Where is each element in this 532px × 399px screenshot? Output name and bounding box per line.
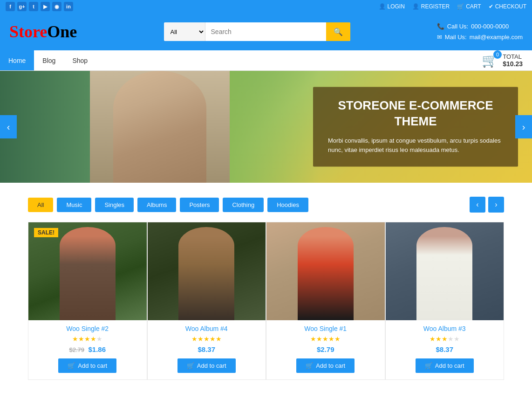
- product-name-2[interactable]: Woo Album #4: [148, 325, 266, 332]
- filter-tab-clothing[interactable]: Clothing: [223, 198, 264, 212]
- nav-links: Home Blog Shop: [0, 50, 96, 70]
- checkout-icon: ✔: [489, 3, 493, 10]
- filter-tab-posters[interactable]: Posters: [180, 198, 219, 212]
- logo-store: Store: [9, 22, 47, 41]
- product-stars-4: ★★★★★: [386, 335, 504, 343]
- top-bar: f g+ t ▶ ◉ in 👤 LOGIN 👤 REGISTER 🛒 CART …: [0, 0, 532, 13]
- social-linkedin[interactable]: in: [64, 2, 73, 11]
- search-bar: All Music Singles Albums Posters Clothin…: [164, 22, 350, 41]
- product-name-4[interactable]: Woo Album #3: [386, 325, 504, 332]
- product-card-1: SALE! Woo Single #2 ★★★★★ $2.79 $1.86 🛒 …: [28, 222, 147, 380]
- cart-add-icon-2: 🛒: [187, 362, 194, 369]
- add-to-cart-3[interactable]: 🛒 Add to cart: [296, 358, 355, 373]
- product-price-new-1: $1.86: [88, 345, 106, 353]
- search-button[interactable]: 🔍: [326, 22, 350, 41]
- cart-widget[interactable]: 🛒 0 TOTAL $10.23: [482, 53, 532, 68]
- hero-person-image: [90, 71, 230, 183]
- filter-tab-albums[interactable]: Albums: [137, 198, 176, 212]
- filter-prev-button[interactable]: ‹: [470, 197, 485, 213]
- social-icons: f g+ t ▶ ◉ in: [6, 2, 73, 11]
- filter-tab-singles[interactable]: Singles: [95, 198, 134, 212]
- email-icon: ✉: [437, 32, 442, 42]
- hero-next-button[interactable]: ›: [515, 115, 532, 138]
- filter-tab-music[interactable]: Music: [57, 198, 91, 212]
- logo[interactable]: Store One: [9, 22, 77, 41]
- hero-image: [0, 71, 319, 183]
- cart-add-icon-1: 🛒: [68, 362, 75, 369]
- phone-number: 000-000-0000: [471, 21, 509, 32]
- phone-label: Call Us:: [447, 21, 469, 32]
- hero-banner: STOREONE E-COMMERCE THEME Morbi convalli…: [0, 71, 532, 183]
- register-icon: 👤: [412, 3, 419, 10]
- hero-prev-button[interactable]: ‹: [0, 115, 17, 138]
- product-image-2: [148, 222, 266, 320]
- checkout-link[interactable]: ✔ CHECKOUT: [489, 3, 526, 10]
- cart-top-icon: 🛒: [457, 3, 464, 10]
- search-input[interactable]: [205, 22, 326, 41]
- login-link[interactable]: 👤 LOGIN: [379, 3, 405, 10]
- product-image-4: [386, 222, 504, 320]
- product-price-2: $8.37: [148, 345, 266, 354]
- nav-blog[interactable]: Blog: [34, 50, 64, 70]
- cart-link[interactable]: 🛒 CART: [457, 3, 481, 10]
- product-price-regular-4: $8.37: [436, 345, 453, 353]
- email-address: mail@example.com: [470, 32, 523, 42]
- register-link[interactable]: 👤 REGISTER: [412, 3, 450, 10]
- product-price-3: $2.79: [266, 345, 385, 354]
- register-label: REGISTER: [421, 3, 450, 10]
- search-category[interactable]: All Music Singles Albums Posters Clothin…: [164, 22, 205, 41]
- products-grid: SALE! Woo Single #2 ★★★★★ $2.79 $1.86 🛒 …: [0, 222, 532, 399]
- logo-one: One: [47, 22, 77, 41]
- filter-tab-hoodies[interactable]: Hoodies: [267, 198, 308, 212]
- cart-count: 0: [493, 50, 502, 59]
- product-stars-2: ★★★★★: [148, 335, 266, 343]
- hero-text-overlay: STOREONE E-COMMERCE THEME Morbi convalli…: [313, 87, 518, 166]
- cart-top-label: CART: [466, 3, 481, 10]
- social-instagram[interactable]: ◉: [52, 2, 61, 11]
- social-youtube[interactable]: ▶: [41, 2, 50, 11]
- filter-tabs: All Music Singles Albums Posters Clothin…: [28, 198, 308, 212]
- login-icon: 👤: [379, 3, 386, 10]
- nav-bar: Home Blog Shop 🛒 0 TOTAL $10.23: [0, 50, 532, 71]
- social-twitter[interactable]: t: [29, 2, 38, 11]
- social-facebook[interactable]: f: [6, 2, 15, 11]
- top-right-links: 👤 LOGIN 👤 REGISTER 🛒 CART ✔ CHECKOUT: [379, 3, 526, 10]
- nav-home[interactable]: Home: [0, 50, 34, 70]
- add-to-cart-label-4: Add to cart: [435, 362, 464, 369]
- add-to-cart-1[interactable]: 🛒 Add to cart: [58, 358, 116, 373]
- cart-icon-wrap: 🛒 0: [482, 53, 498, 68]
- cart-total: TOTAL $10.23: [503, 53, 523, 68]
- contact-info: 📞 Call Us: 000-000-0000 ✉ Mail Us: mail@…: [437, 21, 523, 43]
- product-price-old-1: $2.79: [69, 346, 84, 353]
- product-stars-3: ★★★★★: [266, 335, 385, 343]
- product-stars-1: ★★★★★: [28, 335, 147, 343]
- sale-badge-1: SALE!: [34, 228, 58, 237]
- add-to-cart-label-3: Add to cart: [316, 362, 345, 369]
- product-price-regular-3: $2.79: [317, 345, 334, 353]
- product-price-1: $2.79 $1.86: [28, 345, 147, 354]
- product-card-2: Woo Album #4 ★★★★★ $8.37 🛒 Add to cart: [147, 222, 266, 380]
- product-image-1: SALE!: [28, 222, 147, 320]
- cart-add-icon-3: 🛒: [306, 362, 313, 369]
- product-person-4: [416, 227, 472, 320]
- product-card-4: Woo Album #3 ★★★★★ $8.37 🛒 Add to cart: [385, 222, 505, 380]
- add-to-cart-4[interactable]: 🛒 Add to cart: [416, 358, 474, 373]
- filter-section: All Music Singles Albums Posters Clothin…: [0, 183, 532, 222]
- filter-nav: ‹ ›: [470, 197, 504, 213]
- hero-title: STOREONE E-COMMERCE THEME: [328, 98, 503, 130]
- product-price-4: $8.37: [386, 345, 504, 354]
- product-price-regular-2: $8.37: [198, 345, 215, 353]
- login-label: LOGIN: [388, 3, 405, 10]
- cart-total-amount: $10.23: [503, 60, 523, 68]
- filter-next-button[interactable]: ›: [488, 197, 504, 213]
- product-name-1[interactable]: Woo Single #2: [28, 325, 147, 332]
- social-google[interactable]: g+: [17, 2, 27, 11]
- product-name-3[interactable]: Woo Single #1: [266, 325, 385, 332]
- cart-total-label: TOTAL: [503, 53, 523, 60]
- checkout-label: CHECKOUT: [495, 3, 526, 10]
- nav-shop[interactable]: Shop: [64, 50, 96, 70]
- product-person-3: [298, 227, 354, 320]
- cart-add-icon-4: 🛒: [425, 362, 432, 369]
- filter-tab-all[interactable]: All: [28, 198, 53, 212]
- add-to-cart-2[interactable]: 🛒 Add to cart: [177, 358, 236, 373]
